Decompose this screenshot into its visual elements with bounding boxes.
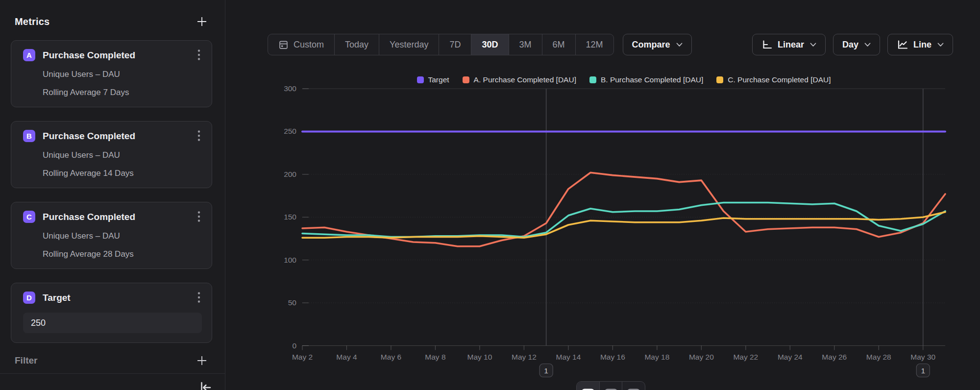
metric-transform: Rolling Average 14 Days: [43, 169, 202, 178]
app-root: Metrics APurchase CompletedUnique Users …: [0, 0, 980, 390]
kebab-icon: [197, 130, 200, 142]
metric-card-d: DTarget: [11, 283, 212, 343]
chart-view-button[interactable]: [577, 382, 599, 390]
metric-badge-c: C: [23, 211, 35, 223]
y-axis-label: 150: [284, 213, 296, 221]
board-view-icon: [604, 389, 618, 390]
x-axis-label: May 28: [866, 353, 891, 361]
metric-transform: Rolling Average 28 Days: [43, 249, 202, 259]
x-axis-label: May 30: [910, 353, 935, 361]
y-axis-label: 250: [284, 127, 296, 135]
x-axis-label: May 12: [512, 353, 537, 361]
x-axis-label: May 14: [556, 353, 581, 361]
filter-header-row: Filter: [15, 352, 210, 369]
x-axis-label: May 4: [336, 353, 357, 361]
metric-options-button[interactable]: [192, 209, 206, 224]
x-axis-label: May 20: [689, 353, 714, 361]
card-view-button[interactable]: [622, 382, 645, 390]
sidebar: Metrics APurchase CompletedUnique Users …: [0, 0, 225, 390]
metric-title: Purchase Completed: [43, 50, 135, 61]
x-axis-label: May 16: [600, 353, 625, 361]
metric-title: Target: [43, 292, 71, 303]
x-axis-label: May 6: [381, 353, 401, 361]
metric-measurement: Unique Users – DAU: [43, 70, 202, 79]
metric-options-button[interactable]: [192, 290, 206, 305]
metric-card-title-row: BPurchase Completed: [23, 130, 202, 142]
metric-measurement: Unique Users – DAU: [43, 231, 202, 241]
line-chart[interactable]: 050100150200250300May 2May 4May 6May 8Ma…: [225, 0, 980, 390]
plus-icon: [196, 354, 208, 367]
metric-title: Purchase Completed: [43, 131, 135, 142]
x-axis-label: May 2: [292, 353, 313, 361]
metric-options-button[interactable]: [192, 128, 206, 143]
series-line-a: [302, 172, 945, 246]
chart-view-icon: [581, 389, 595, 390]
kebab-icon: [197, 292, 200, 303]
add-filter-button[interactable]: [194, 352, 210, 369]
target-value-input[interactable]: [23, 313, 202, 333]
chart-panel: CustomTodayYesterday7D30D3M6M12M Compare…: [225, 0, 980, 390]
metrics-header: Metrics: [15, 16, 49, 27]
y-axis-label: 300: [284, 84, 296, 93]
metric-title: Purchase Completed: [43, 212, 135, 222]
metric-card-b: BPurchase CompletedUnique Users – DAURol…: [11, 121, 212, 188]
kebab-icon: [197, 211, 200, 222]
metric-card-list: APurchase CompletedUnique Users – DAURol…: [11, 40, 212, 343]
x-axis-label: May 22: [733, 353, 758, 361]
metric-card-title-row: DTarget: [23, 292, 202, 304]
view-toggle-control: [576, 381, 645, 390]
metrics-header-row: Metrics: [15, 13, 210, 30]
add-metric-button[interactable]: [194, 13, 210, 30]
x-axis-label: May 26: [822, 353, 847, 361]
x-axis-label: May 8: [425, 353, 445, 361]
sidebar-divider: [0, 373, 225, 374]
y-axis-label: 200: [284, 170, 296, 178]
kebab-icon: [197, 49, 200, 61]
metric-card-a: APurchase CompletedUnique Users – DAURol…: [11, 40, 212, 107]
annotation-badge[interactable]: 1: [539, 364, 553, 377]
board-view-button[interactable]: [599, 382, 622, 390]
y-axis-label: 0: [292, 341, 296, 350]
metric-badge-b: B: [23, 130, 35, 142]
card-view-icon: [627, 389, 640, 390]
y-axis-label: 50: [288, 298, 297, 307]
metric-badge-d: D: [23, 292, 35, 304]
metric-measurement: Unique Users – DAU: [43, 150, 202, 160]
svg-text:1: 1: [921, 366, 925, 375]
metric-card-c: CPurchase CompletedUnique Users – DAURol…: [11, 202, 212, 269]
metric-card-title-row: APurchase Completed: [23, 49, 202, 61]
metric-card-title-row: CPurchase Completed: [23, 211, 202, 223]
plus-icon: [196, 15, 208, 28]
collapse-sidebar-button[interactable]: [197, 380, 213, 390]
collapse-left-icon: [198, 380, 213, 390]
metric-transform: Rolling Average 7 Days: [43, 88, 202, 98]
filter-header: Filter: [15, 355, 37, 366]
x-axis-label: May 18: [644, 353, 669, 361]
metric-badge-a: A: [23, 49, 35, 61]
annotation-badge[interactable]: 1: [916, 364, 930, 377]
metric-options-button[interactable]: [192, 48, 206, 62]
x-axis-label: May 24: [778, 353, 803, 361]
svg-text:1: 1: [544, 366, 548, 375]
y-axis-label: 100: [284, 256, 296, 264]
x-axis-label: May 10: [467, 353, 492, 361]
series-line-c: [302, 212, 945, 238]
